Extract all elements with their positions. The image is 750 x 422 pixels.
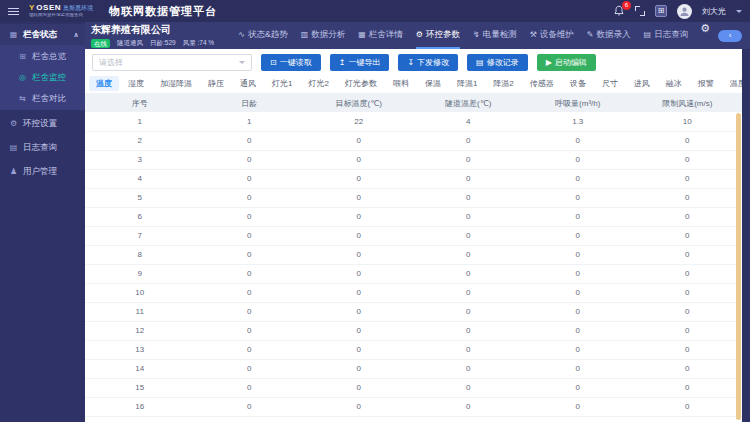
start-edit-button[interactable]: ▶启动编辑: [537, 54, 596, 71]
sidebar-item-label: 日志查询: [23, 142, 57, 154]
device-select[interactable]: 请选择: [92, 54, 252, 71]
table-cell: 0: [523, 302, 633, 321]
table-row[interactable]: 600000: [85, 207, 742, 226]
chevron-down-icon[interactable]: [736, 10, 742, 13]
read-icon: ⊡: [270, 58, 277, 67]
sidebar-item-env-setting[interactable]: ⚙环控设置: [0, 113, 85, 134]
filter-tab-1[interactable]: 湿度: [121, 76, 151, 91]
table-row[interactable]: 900000: [85, 264, 742, 283]
tab-pen-detail[interactable]: ▦栏舍详情: [358, 22, 403, 49]
filter-tab-13[interactable]: 设备: [563, 76, 593, 91]
filter-tab-17[interactable]: 报警: [691, 76, 721, 91]
read-all-button[interactable]: ⊡一键读取: [261, 54, 321, 71]
table-row[interactable]: 1100000: [85, 302, 742, 321]
table-cell: 0: [195, 188, 305, 207]
top-header: Y OSEN 奥斯恩环境 物联网智慧环境监测服务商 物联网数据管理平台 6 ⊞ …: [0, 0, 750, 22]
filter-tab-9[interactable]: 保温: [418, 76, 448, 91]
meta-item-0: 隧道通风: [117, 39, 143, 48]
filter-tab-5[interactable]: 灯光1: [265, 76, 299, 91]
sidebar-item-log-query[interactable]: ▤日志查询: [0, 137, 85, 158]
sidebar-item-pen-compare[interactable]: ⇆栏舍对比: [0, 88, 85, 109]
tab-power-check[interactable]: ↯电量检测: [473, 22, 517, 49]
sidebar-item-pen-overview[interactable]: ⊞栏舍总览: [0, 46, 85, 67]
column-header: 序号: [85, 94, 195, 112]
filter-tab-14[interactable]: 尺寸: [595, 76, 625, 91]
sidebar-item-pen-status[interactable]: ▦栏舍状态∧: [0, 24, 85, 45]
nav-label: 设备维护: [540, 29, 574, 41]
vertical-scrollbar[interactable]: [736, 113, 741, 420]
table-cell: 0: [523, 340, 633, 359]
notification-bell-icon[interactable]: 6: [613, 5, 625, 17]
download-icon: ↧: [407, 58, 414, 67]
avatar[interactable]: [677, 4, 692, 19]
tab-log-query-top[interactable]: ▤日志查询: [644, 22, 689, 49]
table-row[interactable]: 1500000: [85, 378, 742, 397]
filter-tab-15[interactable]: 进风: [627, 76, 657, 91]
page-title: 物联网数据管理平台: [109, 4, 217, 19]
filter-tab-16[interactable]: 融冰: [659, 76, 689, 91]
table-row[interactable]: 300000: [85, 150, 742, 169]
fullscreen-icon[interactable]: [635, 6, 645, 16]
table-cell: 0: [414, 131, 524, 150]
table-row[interactable]: 700000: [85, 226, 742, 245]
button-label: 一键读取: [280, 57, 312, 68]
filter-tab-12[interactable]: 传感器: [523, 76, 561, 91]
power-icon: ↯: [473, 30, 480, 39]
filter-tab-4[interactable]: 通风: [233, 76, 263, 91]
export-all-button[interactable]: ↥一键导出: [330, 54, 390, 71]
top-nav: ∿状态&趋势▥数据分析▦栏舍详情⚙环控参数↯电量检测⚒设备维护✎数据录入▤日志查…: [238, 22, 688, 49]
tab-data-analysis[interactable]: ▥数据分析: [301, 22, 346, 49]
table-cell: 0: [414, 169, 524, 188]
table-row[interactable]: 1300000: [85, 340, 742, 359]
meta-item-2: 风量 :74 %: [183, 39, 214, 48]
tab-env-params[interactable]: ⚙环控参数: [416, 22, 460, 49]
filter-tab-11[interactable]: 降温2: [486, 76, 520, 91]
table-row[interactable]: 1000000: [85, 283, 742, 302]
filter-tab-0[interactable]: 温度: [89, 76, 119, 91]
apps-icon[interactable]: ⊞: [655, 5, 667, 17]
table-cell: 9: [85, 264, 195, 283]
table-cell: 0: [633, 302, 743, 321]
online-status-badge: 在线: [91, 39, 110, 48]
table-row[interactable]: 200000: [85, 131, 742, 150]
menu-icon[interactable]: [8, 8, 19, 15]
settings-gear-icon[interactable]: ⚙: [700, 22, 710, 49]
table-cell: 0: [414, 340, 524, 359]
sidebar-item-user-mgmt[interactable]: ♟用户管理: [0, 161, 85, 182]
sidebar-item-pen-monitor[interactable]: ◎栏舍监控: [0, 67, 85, 88]
table-cell: 0: [633, 321, 743, 340]
overview-icon: ⊞: [18, 52, 27, 61]
button-label: 下发修改: [417, 57, 449, 68]
filter-tab-3[interactable]: 静压: [201, 76, 231, 91]
select-placeholder: 请选择: [99, 57, 123, 68]
tab-device-maintain[interactable]: ⚒设备维护: [530, 22, 574, 49]
tab-status-trend[interactable]: ∿状态&趋势: [238, 22, 287, 49]
table-row[interactable]: 112241.310: [85, 112, 742, 131]
user-name[interactable]: 刘大光: [702, 6, 726, 17]
filter-tab-6[interactable]: 灯光2: [301, 76, 335, 91]
table-row[interactable]: 1200000: [85, 321, 742, 340]
table-cell: 0: [523, 378, 633, 397]
filter-tab-10[interactable]: 降温1: [450, 76, 484, 91]
sidebar: ▦栏舍状态∧⊞栏舍总览◎栏舍监控⇆栏舍对比⚙环控设置▤日志查询♟用户管理: [0, 22, 85, 422]
table-wrap: 序号日龄目标温度(℃)隧道温差(℃)呼吸量(m³/h)限制风速(m/s) 112…: [85, 94, 742, 422]
filter-tab-7[interactable]: 灯光参数: [338, 76, 384, 91]
table-row[interactable]: 1600000: [85, 397, 742, 416]
filter-tab-2[interactable]: 加湿降温: [153, 76, 199, 91]
table-row[interactable]: 1400000: [85, 359, 742, 378]
table-row[interactable]: 800000: [85, 245, 742, 264]
push-modify-button[interactable]: ↧下发修改: [398, 54, 458, 71]
notification-badge: 6: [622, 1, 631, 10]
modify-record-button[interactable]: ▤修改记录: [467, 54, 528, 71]
table-row[interactable]: 500000: [85, 188, 742, 207]
table-cell: 22: [304, 112, 414, 131]
tab-data-entry[interactable]: ✎数据录入: [587, 22, 631, 49]
collapse-panel-button[interactable]: ‹: [718, 30, 742, 42]
subheader: 东辉养殖有限公司 在线 隧道通风日龄:529风量 :74 % ∿状态&趋势▥数据…: [85, 22, 750, 49]
table-cell: 13: [85, 340, 195, 359]
filter-tab-8[interactable]: 喂料: [386, 76, 416, 91]
table-row[interactable]: 400000: [85, 169, 742, 188]
filter-tab-18[interactable]: 温度定义: [723, 76, 742, 91]
table-cell: 0: [414, 302, 524, 321]
line-chart-icon: ∿: [238, 30, 245, 39]
